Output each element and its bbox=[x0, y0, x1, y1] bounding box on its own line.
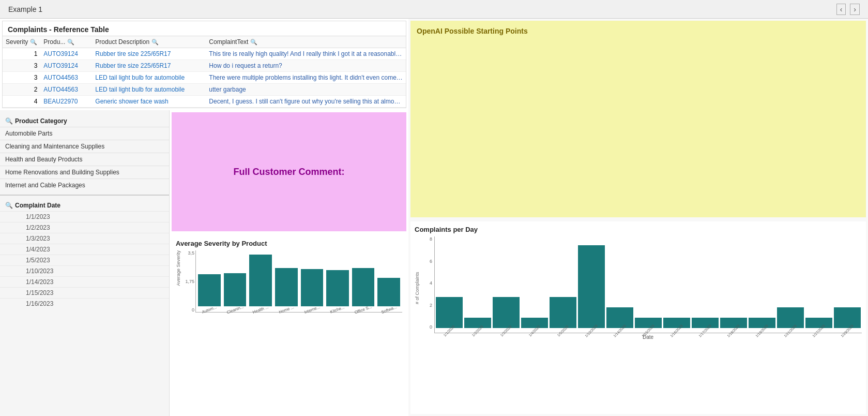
right-panel: OpenAI Possible Starting Points Complain… bbox=[408, 19, 868, 416]
date-item[interactable]: 1/15/2023 bbox=[0, 287, 169, 298]
openai-box: OpenAI Possible Starting Points bbox=[410, 21, 866, 217]
filter-panel: 🔍 Product Category Automobile PartsClean… bbox=[0, 110, 170, 416]
avg-bar-group: Office S... bbox=[352, 268, 375, 312]
severity-search-icon[interactable]: 🔍 bbox=[30, 39, 37, 46]
product-search-icon[interactable]: 🔍 bbox=[67, 39, 74, 46]
cpd-bar-group: 1/29/2023 bbox=[834, 307, 861, 333]
avg-severity-title: Average Severity by Product bbox=[176, 240, 402, 247]
severity-cell: 3 bbox=[3, 72, 40, 84]
product-cell: AUTO44563 bbox=[40, 84, 92, 96]
cpd-chart-area: # of Complaints 86420 1/1/2023 1/2/2023 … bbox=[415, 236, 862, 340]
openai-title: OpenAI Possible Starting Points bbox=[417, 27, 860, 35]
full-comment-box: Full Customer Comment: bbox=[172, 112, 406, 231]
complaint-cell: utter garbage bbox=[206, 84, 406, 96]
description-cell: Rubber tire size 225/65R17 bbox=[92, 48, 206, 60]
avg-bar bbox=[249, 255, 272, 306]
col-product: Produ... 🔍 bbox=[40, 36, 92, 48]
cpd-bars-wrap: 1/1/2023 1/2/2023 1/3/2023 1/4/2023 1/5/… bbox=[434, 236, 862, 340]
date-item[interactable]: 1/4/2023 bbox=[0, 244, 169, 255]
severity-cell: 2 bbox=[3, 84, 40, 96]
cpd-bar-group: 1/3/2023 bbox=[493, 297, 520, 333]
cpd-bar bbox=[663, 318, 690, 328]
date-item[interactable]: 1/2/2023 bbox=[0, 222, 169, 233]
avg-bar-group: Interne... bbox=[301, 269, 324, 312]
cpd-bar bbox=[749, 318, 775, 328]
cpd-bar-group: 1/5/2023 bbox=[550, 297, 576, 333]
cpd-bar-group: 1/18/2023 bbox=[720, 318, 747, 333]
date-item[interactable]: 1/3/2023 bbox=[0, 233, 169, 244]
avg-bar bbox=[377, 278, 400, 306]
severity-cell: 1 bbox=[3, 48, 40, 60]
cpd-bar bbox=[578, 245, 605, 328]
product-cell: BEAU22970 bbox=[40, 96, 92, 108]
date-item[interactable]: 1/5/2023 bbox=[0, 255, 169, 265]
avg-bar-group: Softwa... bbox=[377, 278, 400, 312]
date-item[interactable]: 1/1/2023 bbox=[0, 211, 169, 222]
cpd-bar-group: 1/17/2023 bbox=[692, 318, 719, 333]
avg-bar bbox=[326, 270, 349, 306]
category-item[interactable]: Internet and Cable Packages bbox=[0, 179, 169, 191]
avg-bar-label: Kitche... bbox=[330, 305, 345, 314]
cpd-bar-group: 1/15/2023 bbox=[635, 318, 662, 333]
main-layout: Complaints - Reference Table Severity 🔍 bbox=[0, 19, 868, 416]
cpd-bar-group: 1/4/2023 bbox=[521, 318, 548, 333]
category-list: Automobile PartsCleaning and Maintenance… bbox=[0, 127, 169, 191]
col-complaint: ComplaintText 🔍 bbox=[206, 36, 406, 48]
reference-table-section: Complaints - Reference Table Severity 🔍 bbox=[2, 21, 406, 108]
category-item[interactable]: Cleaning and Maintenance Supplies bbox=[0, 140, 169, 153]
table-row[interactable]: 2 AUTO44563 LED tail light bulb for auto… bbox=[3, 84, 406, 96]
category-item[interactable]: Home Renovations and Building Supplies bbox=[0, 166, 169, 179]
cpd-y-label: 0 bbox=[420, 324, 432, 330]
cpd-y-axis-title: # of Complaints bbox=[415, 236, 420, 340]
category-filter-title: 🔍 Product Category bbox=[0, 114, 169, 127]
cpd-bar-group: 1/21/2023 bbox=[777, 307, 804, 333]
table-row[interactable]: 1 AUTO39124 Rubber tire size 225/65R17 T… bbox=[3, 48, 406, 60]
avg-bar bbox=[224, 273, 247, 306]
severity-cell: 4 bbox=[3, 96, 40, 108]
avg-bar-group: Health ... bbox=[249, 255, 272, 312]
prev-button[interactable]: ‹ bbox=[836, 4, 846, 15]
cpd-bar-group: 1/1/2023 bbox=[436, 297, 463, 333]
category-item[interactable]: Automobile Parts bbox=[0, 127, 169, 140]
table-row[interactable]: 3 AUTO39124 Rubber tire size 225/65R17 H… bbox=[3, 60, 406, 72]
category-item[interactable]: Health and Beauty Products bbox=[0, 153, 169, 166]
next-button[interactable]: › bbox=[850, 4, 860, 15]
avg-bar bbox=[301, 269, 324, 306]
bottom-left: 🔍 Product Category Automobile PartsClean… bbox=[0, 110, 408, 416]
title-bar: Example 1 ‹ › bbox=[0, 0, 868, 19]
avg-bar bbox=[275, 268, 298, 306]
cpd-bar-group: 1/10/2023 bbox=[578, 245, 605, 333]
cpd-bar bbox=[436, 297, 463, 328]
complaint-search-icon[interactable]: 🔍 bbox=[250, 39, 257, 46]
cpd-bar bbox=[464, 318, 491, 328]
avg-bar-group: Home ... bbox=[275, 268, 298, 312]
cpd-x-axis-label: Date bbox=[434, 334, 862, 340]
cpd-bar bbox=[635, 318, 662, 328]
cpd-bar bbox=[777, 307, 804, 328]
product-cell: AUTO39124 bbox=[40, 48, 92, 60]
complaint-cell: How do i request a return? bbox=[206, 60, 406, 72]
description-search-icon[interactable]: 🔍 bbox=[151, 39, 159, 46]
cpd-bar-group: 1/16/2023 bbox=[663, 318, 690, 333]
table-row[interactable]: 4 BEAU22970 Generic shower face wash Dec… bbox=[3, 96, 406, 108]
cpd-y-label: 4 bbox=[420, 280, 432, 286]
description-cell: Generic shower face wash bbox=[92, 96, 206, 108]
y-label-1-75: 1,75 bbox=[182, 279, 194, 284]
avg-bar bbox=[198, 274, 221, 306]
window-title: Example 1 bbox=[8, 5, 42, 13]
cpd-bar bbox=[834, 307, 861, 328]
cpd-bar-group: 1/27/2023 bbox=[805, 318, 832, 333]
col-description: Product Description 🔍 bbox=[92, 36, 206, 48]
severity-cell: 3 bbox=[3, 60, 40, 72]
description-cell: Rubber tire size 225/65R17 bbox=[92, 60, 206, 72]
date-item[interactable]: 1/10/2023 bbox=[0, 265, 169, 276]
full-comment-title: Full Customer Comment: bbox=[233, 167, 344, 177]
cpd-y-label: 2 bbox=[420, 303, 432, 308]
nav-buttons: ‹ › bbox=[836, 4, 860, 15]
date-item[interactable]: 1/14/2023 bbox=[0, 276, 169, 287]
ref-table-body: 1 AUTO39124 Rubber tire size 225/65R17 T… bbox=[3, 48, 406, 108]
cpd-bar bbox=[550, 297, 576, 328]
table-row[interactable]: 3 AUTO44563 LED tail light bulb for auto… bbox=[3, 72, 406, 84]
cpd-y-label: 6 bbox=[420, 259, 432, 264]
date-item[interactable]: 1/16/2023 bbox=[0, 298, 169, 309]
